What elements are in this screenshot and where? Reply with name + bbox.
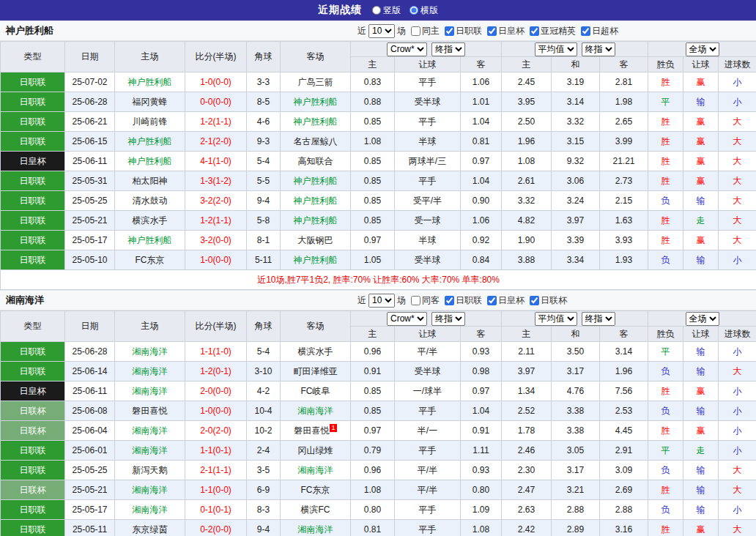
odds-source-select[interactable]: Crow* <box>387 312 427 326</box>
filter-checkbox[interactable] <box>530 26 539 36</box>
header-row: 类型日期主场比分(半场)角球客场Crow*终指平均值终指全场 <box>1 42 756 57</box>
away-team: 横滨FC <box>281 500 351 520</box>
team-section-header: 湘南海洋近10场同客日职联日皇杯日联杯 <box>0 290 756 310</box>
away-team: 神户胜利船 <box>281 171 351 191</box>
filter-checkbox[interactable] <box>581 26 590 36</box>
odds-away: 0.93 <box>461 461 502 480</box>
filter-checkbox-item[interactable]: 日职联 <box>445 25 482 37</box>
table-row: 日职联25-05-31柏太阳神1-3(1-2)5-5神户胜利船0.85平手1.0… <box>1 171 756 191</box>
radio-input[interactable] <box>372 6 381 15</box>
away-team-name: 神户胜利船 <box>294 97 338 107</box>
avg-away: 2.65 <box>600 112 648 132</box>
filter-checkbox-item[interactable]: 日职联 <box>445 294 482 307</box>
handicap: 平手 <box>395 112 461 132</box>
odds-away: 0.92 <box>461 231 502 250</box>
avg-home: 2.42 <box>502 520 552 536</box>
filter-checkbox-item[interactable]: 日超杯 <box>581 25 618 37</box>
filter-checkbox[interactable] <box>411 296 420 305</box>
score: 1-1(0-1) <box>185 441 247 461</box>
filter-checkbox-item[interactable]: 同主 <box>411 25 440 37</box>
filter-checkbox[interactable] <box>487 26 497 36</box>
league-badge: 日职联 <box>1 231 65 250</box>
home-team: 神户胜利船 <box>115 152 185 171</box>
home-team: 川崎前锋 <box>115 112 185 132</box>
games-label: 场 <box>397 294 406 307</box>
result-goals: 小 <box>719 401 756 421</box>
odds-source-select[interactable]: Crow* <box>387 42 427 56</box>
odds-home: 0.96 <box>351 461 395 480</box>
column-header: 比分(半场) <box>185 42 247 72</box>
radio-horizontal[interactable]: 横版 <box>410 4 438 17</box>
league-badge: 日联杯 <box>1 480 65 500</box>
odds-home: 0.85 <box>351 191 395 211</box>
avg-home: 1.96 <box>502 132 552 152</box>
match-count-select[interactable]: 10 <box>368 24 395 38</box>
filter-checkbox[interactable] <box>487 296 497 305</box>
avg-stage-select[interactable]: 终指 <box>582 42 615 56</box>
filter-checkbox-item[interactable]: 同客 <box>411 294 440 307</box>
odds-stage-select[interactable]: 终指 <box>431 42 465 56</box>
result-goals: 大 <box>719 112 756 132</box>
filter-label: 日职联 <box>456 25 482 37</box>
filter-checkbox-item[interactable]: 日皇杯 <box>487 25 525 37</box>
odds-away: 0.97 <box>461 152 502 171</box>
avg-home: 2.46 <box>502 441 552 461</box>
odds-stage-select[interactable]: 终指 <box>431 312 465 326</box>
score: 1-0(0-0) <box>185 250 247 270</box>
sub-column-header: 客 <box>461 57 502 72</box>
result-handicap: 赢 <box>683 231 719 250</box>
avg-home: 1.90 <box>502 231 552 250</box>
filter-checkbox-item[interactable]: 亚冠精英 <box>530 25 576 37</box>
corners: 9-4 <box>247 520 281 536</box>
column-header: 类型 <box>1 42 65 72</box>
odds-home: 0.83 <box>351 72 395 92</box>
match-date: 25-05-31 <box>65 171 115 191</box>
radio-vertical[interactable]: 竖版 <box>372 4 401 17</box>
filter-checkbox[interactable] <box>411 26 420 36</box>
filter-controls: 近10场同客日职联日皇杯日联杯 <box>357 294 567 308</box>
fulltime-scope-select[interactable]: 全场 <box>686 312 719 326</box>
home-team: 湘南海洋 <box>115 381 185 401</box>
page-title: 近期战绩 <box>318 4 362 17</box>
column-header: 客场 <box>281 311 351 342</box>
handicap: 平手 <box>395 441 461 461</box>
home-team: 磐田喜悦 <box>115 401 185 421</box>
away-team-name: FC岐阜 <box>301 386 330 396</box>
result-handicap: 赢 <box>683 112 719 132</box>
result-handicap: 赢 <box>683 421 719 441</box>
odds-home: 1.08 <box>351 132 395 152</box>
result-goals: 小 <box>719 72 756 92</box>
avg-source-select[interactable]: 平均值 <box>535 42 577 56</box>
filter-checkbox[interactable] <box>530 296 539 305</box>
away-team: 神户胜利船 <box>281 112 351 132</box>
match-count-select[interactable]: 10 <box>368 294 395 308</box>
avg-home: 2.50 <box>502 112 552 132</box>
filter-checkbox[interactable] <box>445 26 454 36</box>
table-row: 日职联25-06-21川崎前锋1-2(1-1)4-6神户胜利船0.85平手1.0… <box>1 112 756 132</box>
handicap: 平手 <box>395 520 461 536</box>
result-wdl: 负 <box>648 362 683 381</box>
team-name: 神户胜利船 <box>6 24 53 37</box>
avg-away: 2.69 <box>600 480 648 500</box>
odds-away: 1.04 <box>461 171 502 191</box>
table-row: 日联杯25-06-08磐田喜悦1-0(0-0)10-4湘南海洋0.85平手1.0… <box>1 401 756 421</box>
filter-checkbox-item[interactable]: 日联杯 <box>530 294 567 307</box>
fulltime-scope-select[interactable]: 全场 <box>686 42 719 56</box>
match-date: 25-06-28 <box>65 342 115 362</box>
avg-source-select[interactable]: 平均值 <box>535 312 577 326</box>
table-row: 日职联25-06-28福冈黄蜂0-0(0-0)8-5神户胜利船0.88受半球1.… <box>1 92 756 112</box>
page: 近期战绩 竖版横版 神户胜利船近10场同主日职联日皇杯亚冠精英日超杯类型日期主场… <box>0 0 756 536</box>
odds-home: 1.08 <box>351 480 395 500</box>
filter-checkbox[interactable] <box>445 296 454 305</box>
league-badge: 日联杯 <box>1 401 65 421</box>
avg-stage-select[interactable]: 终指 <box>582 312 615 326</box>
radio-input[interactable] <box>410 6 418 15</box>
result-handicap: 输 <box>683 461 719 480</box>
avg-home: 2.11 <box>502 342 552 362</box>
corners: 3-3 <box>247 72 281 92</box>
score: 4-1(1-0) <box>185 152 247 171</box>
sub-column-header: 客 <box>600 327 648 342</box>
filter-checkbox-item[interactable]: 日皇杯 <box>487 294 525 307</box>
handicap: 受半球 <box>395 362 461 381</box>
away-team-name: 冈山绿雉 <box>298 445 333 455</box>
